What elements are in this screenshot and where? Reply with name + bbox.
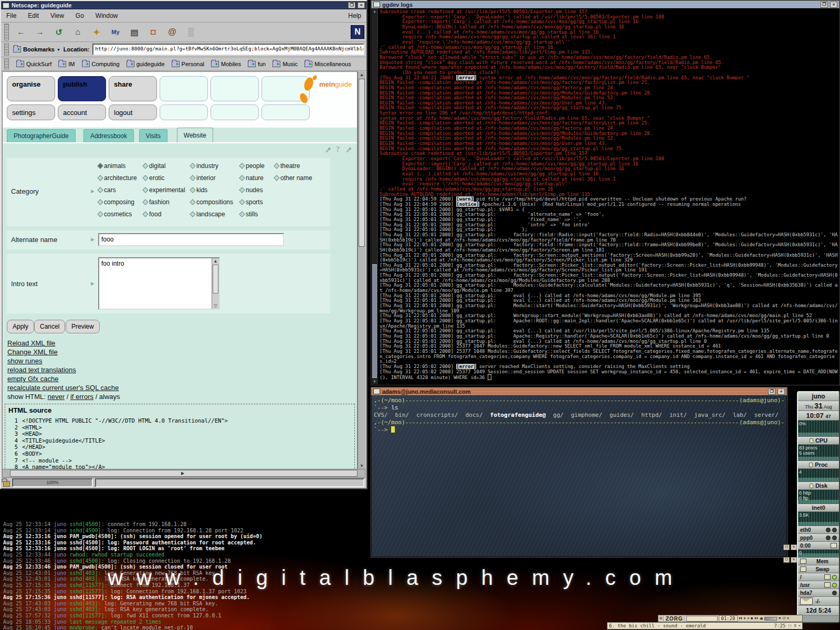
bookmark-fun[interactable]: fun	[248, 61, 266, 67]
cpu-label[interactable]: CPU	[798, 437, 839, 445]
reload-icon[interactable]: ↺	[51, 25, 66, 39]
prev-icon[interactable]: ⏴⏴	[739, 616, 742, 621]
radio-diamond-icon[interactable]	[239, 175, 245, 181]
scroll-up-icon[interactable]: ▲	[212, 259, 219, 264]
player-menu-icon[interactable]: ✣	[659, 616, 663, 621]
dir-entry[interactable]: fotografenguide@	[490, 412, 546, 418]
apply-button[interactable]: Apply	[7, 320, 34, 333]
scroll-down-icon[interactable]: ▽	[212, 303, 219, 308]
dir-entry[interactable]: server/	[754, 412, 778, 418]
hostname[interactable]: juno	[798, 392, 839, 401]
wrench-icon[interactable]	[324, 146, 331, 153]
security-icon[interactable]: ◘	[146, 25, 161, 39]
radio-diamond-icon[interactable]	[97, 211, 103, 217]
hda7-panel[interactable]: hda7	[798, 589, 839, 597]
playlist-entry[interactable]: 6. the bis chill - sound - emerald	[609, 623, 772, 628]
scroll-down-icon[interactable]: ▼	[358, 464, 365, 468]
radio-diamond-icon[interactable]	[239, 163, 245, 169]
radio-diamond-icon[interactable]	[142, 199, 148, 205]
ppp0-panel[interactable]: ppp0	[798, 534, 839, 542]
option-animals[interactable]: animals	[98, 162, 143, 170]
volume-slider[interactable]	[764, 617, 777, 621]
dir-entry[interactable]: init/	[669, 412, 687, 418]
option-nature[interactable]: nature	[240, 174, 275, 182]
scroll-up-icon[interactable]: ▲	[358, 72, 365, 77]
option-stills[interactable]: stills	[240, 211, 275, 218]
scroll-right-icon[interactable]: ▶	[2, 471, 364, 476]
search-icon[interactable]: ✦	[89, 25, 104, 39]
option-sports[interactable]: sports	[240, 198, 275, 206]
mount-toggle[interactable]	[824, 582, 831, 587]
link-recalculate-current-user-s-sql-cache[interactable]: recalculate current user's SQL cache	[7, 383, 120, 392]
option-experimental[interactable]: experimental	[143, 186, 191, 194]
menu-file[interactable]: File	[6, 12, 16, 19]
shop-icon[interactable]: @	[165, 25, 180, 39]
pause-icon[interactable]: ⏸	[747, 616, 749, 621]
dir-entry[interactable]: java_src/	[694, 412, 726, 418]
option-landscape[interactable]: landscape	[191, 211, 240, 218]
option-theatre[interactable]: theatre	[275, 162, 312, 170]
dir-entry[interactable]: CVS/	[374, 412, 388, 418]
swap-krell[interactable]	[800, 566, 806, 572]
option-architecture[interactable]: architecture	[98, 174, 143, 182]
bookmark-personal[interactable]: Personal	[172, 61, 204, 67]
link-change-xml-file[interactable]: Change XML file	[7, 348, 120, 356]
tab-photographerguide[interactable]: PhotographerGuide	[7, 129, 76, 142]
textarea-scrollbar[interactable]: ▲ ▽	[212, 258, 219, 309]
close-icon[interactable]: ✕	[786, 616, 790, 621]
netscape-titlebar[interactable]: Netscape: guideguide ❐ ×	[1, 1, 366, 9]
menu-help[interactable]: Help	[348, 12, 361, 19]
radio-diamond-icon[interactable]	[190, 187, 195, 193]
stop-icon[interactable]: ▒	[184, 25, 198, 39]
option-other-name[interactable]: other name	[275, 174, 312, 182]
radio-diamond-icon[interactable]	[142, 175, 148, 181]
scroll-down-icon[interactable]: ▼	[372, 380, 377, 383]
show-html-if-errors[interactable]: if errors	[70, 393, 93, 401]
option-digital[interactable]: digital	[143, 162, 191, 170]
option-compositions[interactable]: compositions	[191, 198, 240, 206]
dir-entry[interactable]: cronscripts/	[416, 412, 458, 418]
radio-diamond-icon[interactable]	[97, 163, 103, 169]
maximize-button[interactable]: ❐	[768, 388, 775, 395]
close-icon[interactable]: ✕	[791, 544, 797, 550]
close-button[interactable]: ×	[358, 2, 365, 8]
ggdev-titlebar[interactable]: ggdev logs ❐ ×	[371, 1, 839, 8]
toolbar-grippy[interactable]	[4, 24, 9, 40]
option-erotic[interactable]: erotic	[143, 174, 191, 182]
link-reload-xml-file[interactable]: Reload XML file	[7, 339, 120, 348]
option-nudes[interactable]: nudes	[240, 186, 275, 194]
close-button[interactable]: ×	[778, 388, 785, 395]
stop-icon[interactable]: ■	[751, 616, 753, 621]
pause-icon[interactable]: ❘❘	[788, 623, 792, 628]
close-button[interactable]: ×	[830, 2, 837, 8]
radio-diamond-icon[interactable]	[239, 199, 245, 205]
radio-diamond-icon[interactable]	[190, 199, 195, 205]
menu-edit[interactable]: Edit	[28, 12, 39, 19]
option-cars[interactable]: cars	[98, 186, 143, 194]
close-icon[interactable]: ✕	[791, 557, 797, 563]
cancel-button[interactable]: Cancel	[34, 320, 65, 333]
radio-diamond-icon[interactable]	[274, 175, 279, 181]
radio-diamond-icon[interactable]	[97, 175, 103, 181]
dir-entry[interactable]: gg/	[553, 412, 564, 418]
radio-diamond-icon[interactable]	[142, 187, 148, 193]
radio-diamond-icon[interactable]	[239, 187, 245, 193]
share-button[interactable]: share	[109, 76, 157, 101]
organise-button[interactable]: organise	[7, 76, 55, 101]
juno-titlebar[interactable]: adams@juno.mediaconsult.com ❐ ×	[371, 387, 787, 395]
dir-entry[interactable]: gimphome/	[571, 412, 602, 418]
timer-panel[interactable]: 0:00	[798, 542, 839, 550]
toolbar-grippy[interactable]	[4, 58, 9, 69]
option-interior[interactable]: interior	[191, 174, 240, 182]
mem-panel[interactable]: Mem	[798, 558, 839, 565]
play-icon[interactable]: ⏵	[744, 616, 746, 621]
terminal-output[interactable]: ,-(~/moo)-------------------------------…	[372, 395, 786, 556]
link-empty-gfx-cache[interactable]: empty Gfx cache	[7, 374, 120, 383]
bookmark-music[interactable]: Music	[272, 61, 298, 67]
option-food[interactable]: food	[143, 211, 191, 218]
terminal-scrollbar[interactable]: ▲ ▼	[372, 8, 378, 384]
radio-diamond-icon[interactable]	[97, 199, 103, 205]
option-people[interactable]: people	[240, 162, 275, 170]
radio-diamond-icon[interactable]	[97, 187, 103, 193]
alternate-name-input[interactable]: fooo	[98, 233, 284, 246]
